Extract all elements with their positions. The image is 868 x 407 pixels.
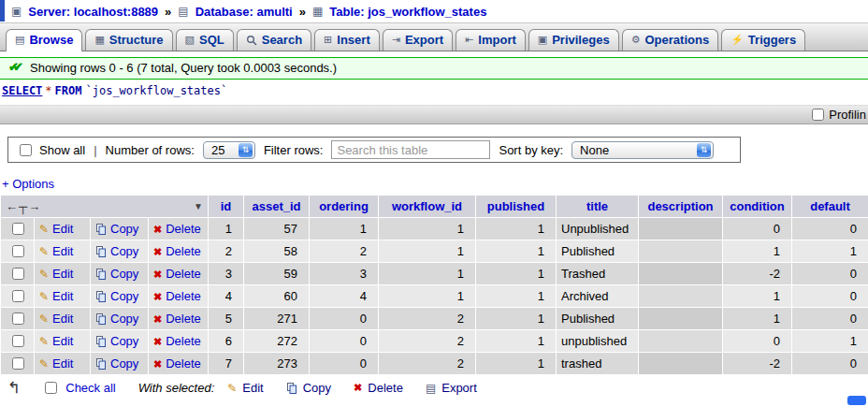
with-selected-delete-button[interactable]: ✖ Delete xyxy=(354,381,403,395)
with-selected-copy-button[interactable]: Copy xyxy=(286,381,331,395)
copy-link[interactable]: Copy xyxy=(110,267,138,281)
edit-link[interactable]: Edit xyxy=(52,334,73,348)
copy-link[interactable]: Copy xyxy=(110,222,138,236)
sort-by-key-select[interactable]: None ⇅ xyxy=(571,141,714,159)
cell-description xyxy=(639,240,723,263)
col-header-title[interactable]: title xyxy=(557,196,639,218)
delete-icon: ✖ xyxy=(153,246,162,257)
tab-label: Insert xyxy=(337,33,369,47)
col-header-workflow-id[interactable]: workflow_id xyxy=(379,196,476,218)
cell-description xyxy=(639,330,723,353)
delete-link[interactable]: Delete xyxy=(166,222,201,236)
check-all-label[interactable]: Check all xyxy=(65,381,115,395)
cell-description xyxy=(639,308,723,330)
delete-link[interactable]: Delete xyxy=(166,267,201,281)
edit-link[interactable]: Edit xyxy=(52,267,73,281)
filter-rows-label: Filter rows: xyxy=(264,143,324,157)
tab-import[interactable]: ⇤Import xyxy=(456,29,526,51)
export-icon: ▤ xyxy=(426,382,436,395)
cell-published: 1 xyxy=(476,218,557,240)
copy-icon xyxy=(95,246,107,257)
tab-search[interactable]: Search xyxy=(237,29,311,51)
row-checkbox[interactable] xyxy=(12,335,24,347)
tab-operations[interactable]: ⚙Operations xyxy=(622,29,719,51)
cell-default: 1 xyxy=(792,240,868,263)
row-checkbox[interactable] xyxy=(12,290,24,302)
cell-published: 1 xyxy=(476,353,557,375)
sort-desc-icon[interactable]: ▼ xyxy=(194,201,203,211)
col-header-id[interactable]: id xyxy=(209,196,244,218)
table-row: ✎Edit Copy ✖Delete 2 58 2 1 1 Published … xyxy=(1,240,868,263)
copy-link[interactable]: Copy xyxy=(110,244,138,258)
with-selected-edit-button[interactable]: ✎ Edit xyxy=(227,381,263,395)
copy-link[interactable]: Copy xyxy=(110,312,138,326)
cell-id: 1 xyxy=(209,218,244,240)
tab-export[interactable]: ⇥Export xyxy=(383,29,453,51)
delete-link[interactable]: Delete xyxy=(166,334,201,348)
server-icon: ▣ xyxy=(11,5,22,18)
tab-triggers[interactable]: ⚡Triggers xyxy=(721,29,805,51)
row-checkbox[interactable] xyxy=(12,357,24,370)
cell-asset-id: 271 xyxy=(244,308,310,330)
edit-cell: ✎Edit xyxy=(35,353,91,375)
show-all-checkbox[interactable] xyxy=(20,144,32,156)
copy-link[interactable]: Copy xyxy=(110,289,138,303)
col-header-published[interactable]: published xyxy=(476,196,557,218)
tab-sql[interactable]: ▧SQL xyxy=(176,29,234,51)
number-of-rows-select[interactable]: 25 ⇅ xyxy=(203,141,255,159)
col-header-asset-id[interactable]: asset_id xyxy=(244,196,310,218)
edit-icon: ✎ xyxy=(39,313,49,326)
edit-link[interactable]: Edit xyxy=(52,356,73,371)
delete-link[interactable]: Delete xyxy=(166,356,201,371)
breadcrumb-server[interactable]: Server: localhost:8889 xyxy=(28,5,158,19)
options-toggle[interactable]: + Options xyxy=(2,177,54,191)
success-check-icon: ✔✔ xyxy=(8,60,18,74)
delete-link[interactable]: Delete xyxy=(166,244,201,258)
edit-icon: ✎ xyxy=(39,245,49,258)
col-header-condition[interactable]: condition xyxy=(723,196,792,218)
row-checkbox[interactable] xyxy=(12,268,24,280)
profiling-checkbox[interactable] xyxy=(812,109,824,121)
cell-title: Trashed xyxy=(557,263,639,285)
delete-icon: ✖ xyxy=(354,382,362,394)
copy-cell: Copy xyxy=(91,218,149,240)
tab-browse[interactable]: ▤Browse xyxy=(6,29,82,51)
tab-structure[interactable]: ▦Structure xyxy=(85,29,172,51)
tab-label: Triggers xyxy=(748,33,796,47)
sql-query: SELECT*FROM`jos_workflow_states` xyxy=(0,80,868,105)
filter-rows-input[interactable] xyxy=(331,140,490,159)
row-checkbox[interactable] xyxy=(12,223,24,235)
breadcrumb-database[interactable]: Database: amulti xyxy=(195,5,293,19)
sql-keyword-from: FROM xyxy=(55,84,82,97)
edit-link[interactable]: Edit xyxy=(52,289,73,303)
actions-header: ←┬→ ▼ xyxy=(1,196,209,218)
copy-link[interactable]: Copy xyxy=(110,356,138,371)
delete-link[interactable]: Delete xyxy=(166,289,201,303)
with-selected-export-button[interactable]: ▤ Export xyxy=(426,381,477,395)
check-all-checkbox[interactable] xyxy=(45,382,57,394)
col-header-ordering[interactable]: ordering xyxy=(310,196,379,218)
tab-label: Privileges xyxy=(552,33,609,47)
col-header-description[interactable]: description xyxy=(639,196,723,218)
cell-ordering: 4 xyxy=(310,285,379,308)
column-move-icon[interactable]: ←┬→ xyxy=(6,199,41,213)
table-footer: ↰ Check all With selected: ✎ Edit Copy ✖… xyxy=(0,379,868,397)
cell-condition: 0 xyxy=(723,330,792,353)
row-checkbox[interactable] xyxy=(12,313,24,325)
select-arrows-icon: ⇅ xyxy=(239,143,253,157)
delete-link[interactable]: Delete xyxy=(166,312,201,326)
delete-cell: ✖Delete xyxy=(149,308,209,330)
edit-link[interactable]: Edit xyxy=(52,222,73,236)
row-checkbox[interactable] xyxy=(12,245,24,257)
col-header-default[interactable]: default xyxy=(792,196,868,218)
copy-link[interactable]: Copy xyxy=(110,334,138,348)
edit-link[interactable]: Edit xyxy=(52,244,73,258)
sql-keyword-select[interactable]: SELECT xyxy=(2,84,42,97)
table-row: ✎Edit Copy ✖Delete 3 59 3 1 1 Trashed -2… xyxy=(1,263,868,285)
tab-insert[interactable]: ⊞Insert xyxy=(314,29,380,51)
tab-privileges[interactable]: ▣Privileges xyxy=(528,29,619,51)
with-selected-label: With selected: xyxy=(138,381,215,395)
import-icon: ⇤ xyxy=(465,34,473,46)
breadcrumb-table[interactable]: Table: jos_workflow_states xyxy=(329,5,486,19)
edit-link[interactable]: Edit xyxy=(52,312,73,326)
